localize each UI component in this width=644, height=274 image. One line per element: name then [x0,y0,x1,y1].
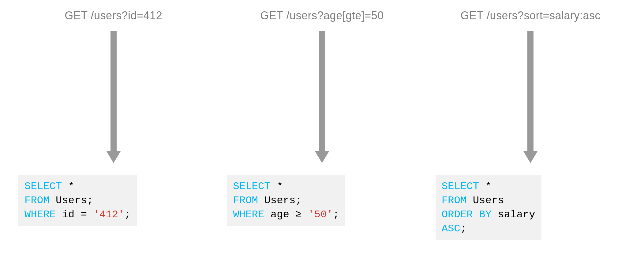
svg-marker-5 [523,151,538,163]
http-request-3: GET /users?sort=salary:asc [461,9,601,22]
sql-block-2: SELECT * FROM Users; WHERE age ≥ '50'; [227,175,345,226]
arrow-down-icon [315,31,329,163]
arrow-down-icon [523,31,538,163]
example-column-2: GET /users?age[gte]=50 SELECT * FROM Use… [227,9,417,226]
http-request-2: GET /users?age[gte]=50 [260,9,384,22]
sql-block-3: SELECT * FROM Users ORDER BY salary ASC; [436,175,541,240]
example-column-1: GET /users?id=412 SELECT * FROM Users; W… [18,9,208,226]
svg-marker-3 [315,151,329,163]
example-column-3: GET /users?sort=salary:asc SELECT * FROM… [436,9,626,240]
arrow-down-icon [106,31,121,163]
svg-marker-1 [106,151,121,163]
http-request-1: GET /users?id=412 [65,9,162,22]
sql-block-1: SELECT * FROM Users; WHERE id = '412'; [18,175,137,226]
diagram-row: GET /users?id=412 SELECT * FROM Users; W… [0,0,644,249]
